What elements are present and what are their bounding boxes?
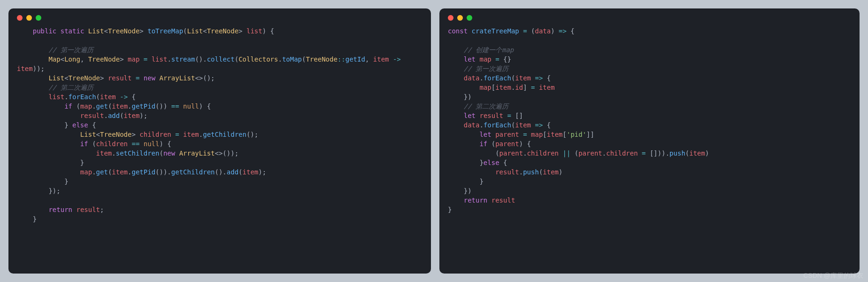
code-block-right[interactable]: const crateTreeMap = (data) => { // 创建一个… (448, 26, 851, 214)
maximize-icon[interactable] (467, 15, 472, 21)
maximize-icon[interactable] (36, 15, 41, 21)
minimize-icon[interactable] (457, 15, 463, 21)
close-icon[interactable] (448, 15, 453, 21)
code-panel-right: const crateTreeMap = (data) => { // 创建一个… (439, 8, 860, 274)
code-panel-left: public static List<TreeNode> toTreeMap(L… (8, 8, 431, 274)
close-icon[interactable] (17, 15, 23, 21)
minimize-icon[interactable] (26, 15, 32, 21)
window-controls (448, 15, 851, 21)
window-controls (17, 15, 422, 21)
code-block-left[interactable]: public static List<TreeNode> toTreeMap(L… (17, 26, 422, 224)
